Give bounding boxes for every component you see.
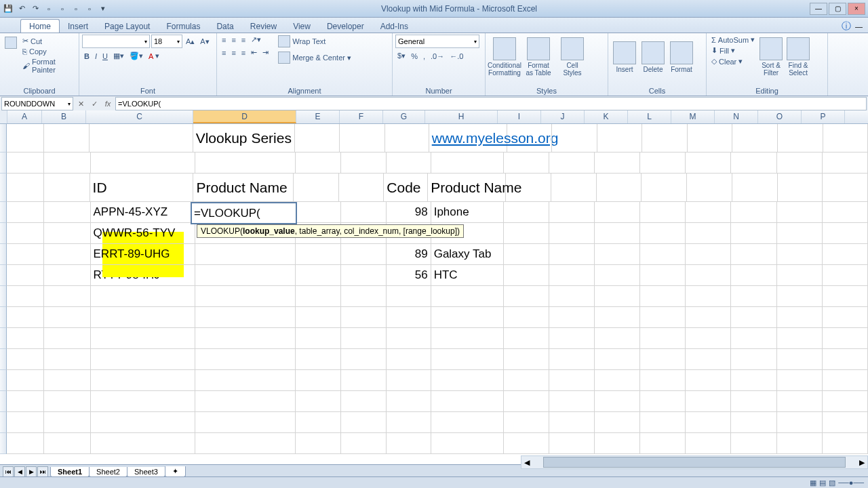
cell[interactable]	[549, 412, 595, 433]
indent-dec-button[interactable]: ⇤	[249, 47, 259, 58]
qat-icon[interactable]: ▫	[57, 3, 68, 14]
cell[interactable]	[341, 286, 387, 307]
cell[interactable]	[595, 349, 640, 370]
cell[interactable]	[387, 152, 431, 174]
cell-id[interactable]: QWWR-56-TYV	[91, 223, 195, 244]
cell[interactable]	[341, 412, 387, 433]
cell[interactable]	[640, 223, 686, 244]
cell[interactable]	[504, 391, 549, 412]
cell[interactable]	[640, 370, 686, 391]
cell[interactable]	[731, 244, 776, 265]
cell[interactable]	[504, 412, 549, 433]
cell[interactable]	[595, 286, 640, 307]
cell[interactable]	[777, 349, 823, 370]
cell[interactable]	[731, 370, 776, 391]
cell[interactable]	[778, 174, 823, 202]
cell[interactable]	[504, 370, 549, 391]
cell[interactable]	[504, 349, 549, 370]
cell[interactable]	[44, 152, 90, 174]
cell[interactable]	[296, 202, 341, 223]
cell[interactable]	[90, 124, 193, 152]
align-center-button[interactable]: ≡	[229, 47, 237, 58]
cell-title[interactable]: Vlookup Series	[193, 124, 295, 152]
dec-decimal-button[interactable]: ←.0	[448, 51, 465, 61]
col-header[interactable]: F	[340, 110, 383, 123]
cell[interactable]	[686, 391, 731, 412]
col-header[interactable]: I	[498, 110, 541, 123]
cell[interactable]	[686, 265, 731, 286]
sort-filter-button[interactable]: Sort & Filter	[758, 35, 784, 79]
cell[interactable]	[431, 328, 504, 349]
view-break-button[interactable]: ▧	[829, 479, 835, 487]
cell[interactable]	[504, 152, 549, 174]
sheet-tab[interactable]: Sheet3	[127, 467, 165, 477]
cell[interactable]	[777, 244, 823, 265]
cell[interactable]	[44, 202, 90, 223]
help-icon[interactable]: ⓘ	[842, 20, 851, 33]
cell[interactable]	[91, 370, 195, 391]
cell[interactable]	[823, 412, 868, 433]
cell[interactable]	[686, 307, 731, 328]
font-size-combo[interactable]: 18▾	[151, 35, 182, 48]
grow-font-button[interactable]: A▴	[184, 35, 197, 48]
cell[interactable]	[504, 265, 549, 286]
cell[interactable]	[731, 202, 776, 223]
cell[interactable]	[549, 244, 595, 265]
cell[interactable]	[44, 349, 90, 370]
cell[interactable]	[549, 286, 595, 307]
cell[interactable]	[195, 328, 296, 349]
cell[interactable]	[296, 433, 341, 454]
cell[interactable]	[549, 223, 595, 244]
cell[interactable]	[341, 265, 387, 286]
cell[interactable]	[296, 152, 341, 174]
comma-button[interactable]: ,	[421, 51, 427, 61]
cell[interactable]	[7, 223, 44, 244]
sheet-nav-first[interactable]: ⏮	[3, 466, 14, 477]
cell[interactable]	[823, 202, 868, 223]
cell[interactable]	[44, 391, 90, 412]
tab-developer[interactable]: Developer	[319, 20, 372, 33]
align-top-button[interactable]: ≡	[220, 35, 228, 45]
insert-cells-button[interactable]: Insert	[611, 35, 638, 79]
cell[interactable]	[731, 433, 776, 454]
cell[interactable]	[640, 412, 686, 433]
cell[interactable]	[642, 124, 688, 152]
copy-button[interactable]: ⎘Copy	[20, 47, 76, 56]
qat-more-icon[interactable]: ▾	[98, 3, 108, 14]
cell[interactable]	[7, 370, 44, 391]
row-header[interactable]	[0, 307, 7, 328]
tab-formulas[interactable]: Formulas	[158, 20, 208, 33]
cell[interactable]	[195, 152, 296, 174]
number-format-combo[interactable]: General▾	[395, 35, 479, 48]
cell[interactable]	[823, 152, 868, 174]
row-header[interactable]	[0, 244, 7, 265]
col-header-selected[interactable]: D	[193, 110, 296, 123]
cell[interactable]	[595, 433, 640, 454]
cell[interactable]	[597, 124, 643, 152]
row-header[interactable]	[0, 124, 7, 152]
cell[interactable]	[296, 244, 341, 265]
cell[interactable]	[195, 265, 296, 286]
redo-icon[interactable]: ↷	[30, 3, 41, 14]
cell[interactable]	[686, 244, 731, 265]
font-name-combo[interactable]: ▾	[82, 35, 150, 48]
cell[interactable]	[44, 244, 90, 265]
select-all-corner[interactable]	[0, 110, 7, 123]
cell[interactable]	[504, 286, 549, 307]
indent-inc-button[interactable]: ⇥	[260, 47, 271, 58]
cell[interactable]	[823, 286, 868, 307]
cell[interactable]	[7, 412, 44, 433]
cell[interactable]	[7, 307, 44, 328]
delete-cells-button[interactable]: Delete	[639, 35, 667, 79]
cell[interactable]	[294, 174, 339, 202]
conditional-formatting-button[interactable]: Conditional Formatting	[488, 35, 521, 79]
cell[interactable]	[549, 202, 595, 223]
cell[interactable]	[549, 307, 595, 328]
new-sheet-button[interactable]: ✦	[165, 466, 186, 477]
cell[interactable]	[44, 433, 90, 454]
col-header[interactable]: P	[802, 110, 845, 123]
cell[interactable]	[732, 174, 778, 202]
cell[interactable]	[595, 391, 640, 412]
col-header[interactable]: A	[7, 110, 42, 123]
view-layout-button[interactable]: ▤	[819, 479, 826, 487]
